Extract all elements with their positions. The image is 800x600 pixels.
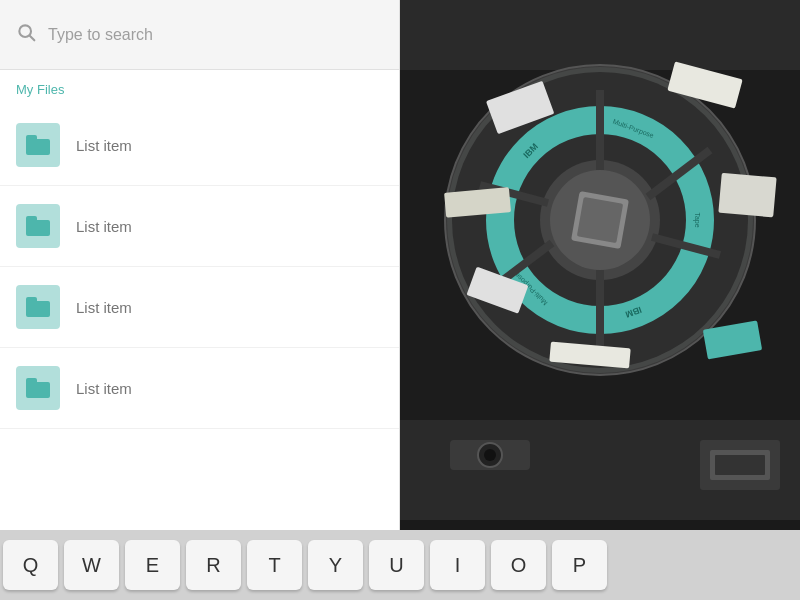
folder-icon-wrap xyxy=(16,285,60,329)
key-o[interactable]: O xyxy=(491,540,546,590)
tape-image: IBM Multi-Purpose Tape IBM Multi-Purpose xyxy=(400,0,800,530)
svg-rect-26 xyxy=(718,173,776,218)
key-r[interactable]: R xyxy=(186,540,241,590)
svg-rect-17 xyxy=(577,197,623,243)
item-label-3: List item xyxy=(76,299,132,316)
list-item[interactable]: List item xyxy=(0,348,399,429)
list-item[interactable]: List item xyxy=(0,267,399,348)
svg-line-1 xyxy=(30,36,35,41)
list-item[interactable]: List item xyxy=(0,105,399,186)
search-bar xyxy=(0,0,399,70)
item-label-1: List item xyxy=(76,137,132,154)
my-files-label: My Files xyxy=(0,70,399,105)
search-icon xyxy=(16,22,36,47)
list-container: List item List item List item List item xyxy=(0,105,399,530)
key-t[interactable]: T xyxy=(247,540,302,590)
folder-icon-wrap xyxy=(16,366,60,410)
folder-icon-wrap xyxy=(16,204,60,248)
svg-text:Tape: Tape xyxy=(693,212,701,227)
main-area: My Files List item List item List item xyxy=(0,0,800,530)
key-u[interactable]: U xyxy=(369,540,424,590)
folder-icon xyxy=(26,378,50,398)
key-q[interactable]: Q xyxy=(3,540,58,590)
right-panel: IBM Multi-Purpose Tape IBM Multi-Purpose xyxy=(400,0,800,530)
key-y[interactable]: Y xyxy=(308,540,363,590)
search-input[interactable] xyxy=(48,26,383,44)
key-i[interactable]: I xyxy=(430,540,485,590)
svg-rect-3 xyxy=(400,0,800,70)
item-label-4: List item xyxy=(76,380,132,397)
folder-icon-wrap xyxy=(16,123,60,167)
svg-point-33 xyxy=(484,449,496,461)
list-item[interactable]: List item xyxy=(0,186,399,267)
folder-icon xyxy=(26,297,50,317)
folder-icon xyxy=(26,135,50,155)
svg-rect-36 xyxy=(715,455,765,475)
keyboard-row: Q W E R T Y U I O P xyxy=(0,530,800,600)
item-label-2: List item xyxy=(76,218,132,235)
folder-icon xyxy=(26,216,50,236)
key-p[interactable]: P xyxy=(552,540,607,590)
key-e[interactable]: E xyxy=(125,540,180,590)
key-w[interactable]: W xyxy=(64,540,119,590)
left-panel: My Files List item List item List item xyxy=(0,0,400,530)
